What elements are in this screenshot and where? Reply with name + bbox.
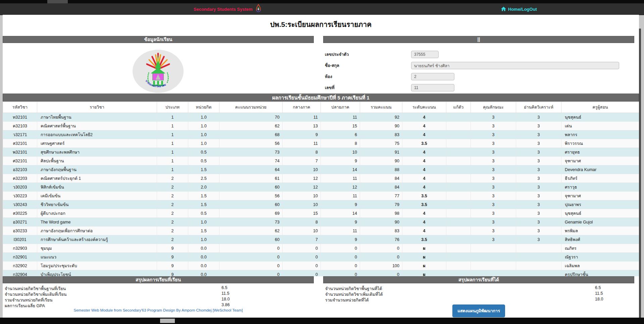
column-header-retake: แก้ตัว: [446, 102, 471, 113]
number-field[interactable]: [411, 84, 454, 91]
cell-trait-score: 3: [471, 209, 516, 218]
cell-grade: ผ: [402, 253, 446, 261]
vertical-scrollbar[interactable]: [639, 29, 641, 318]
cell-midterm-score: 0: [283, 253, 321, 261]
cell-credit: 1.0: [188, 130, 219, 139]
cell-total-score: 88: [360, 165, 402, 174]
cell-retake: [446, 244, 471, 253]
cell-midterm-score: 0: [283, 261, 321, 270]
navbar: Secondary Students System Home/LogOut: [0, 3, 644, 15]
name-field[interactable]: [411, 62, 619, 69]
cell-credit: 0.5: [188, 157, 219, 165]
summary-row: รวมจำนวนหน่วยกิตที่ได้ 18.0: [323, 297, 634, 302]
cell-reading-score: 3: [516, 148, 561, 157]
cell-total-score: 90: [360, 157, 402, 165]
cell-teacher: ณภัทร: [561, 244, 639, 253]
cell-unit-score: 69: [219, 209, 283, 218]
cell-reading-score: 3: [516, 157, 561, 165]
cell-grade: 4: [402, 113, 446, 122]
cell-total-score: 75: [360, 139, 402, 148]
cell-teacher: นุชสุคนธ์: [561, 209, 639, 218]
cell-type: 2: [157, 218, 188, 227]
cell-reading-score: 3: [516, 192, 561, 200]
cell-type: 1: [157, 165, 188, 174]
cell-trait-score: 3: [471, 227, 516, 235]
cell-grade: 4: [402, 218, 446, 227]
table-row: ว30243ชีววิทยาเข้มข้น21.560109793.533ปุณ…: [3, 200, 639, 209]
cell-grade: 4: [402, 209, 446, 218]
cell-final-score: 10: [321, 148, 360, 157]
room-field[interactable]: [411, 73, 454, 80]
cell-subject-code: พ32101: [3, 148, 37, 157]
cell-retake: [446, 235, 471, 244]
cell-final-score: 0: [321, 253, 360, 261]
summary-row: จำนวนหน่วยกิตวิชาเพิ่มเติมที่เรียน 11.5: [3, 291, 314, 297]
cell-trait-score: 3: [471, 183, 516, 192]
column-header-trait-score: คุณลักษณะ: [471, 102, 516, 113]
page-title: ปพ.5:ระเบียนผลการเรียนรายภาค: [3, 15, 639, 30]
cell-subject-code: ว30243: [3, 200, 37, 209]
cell-type: 2: [157, 227, 188, 235]
cell-subject-name: ศิลปะพื้นฐาน: [37, 157, 157, 165]
cell-total-score: 79: [360, 200, 402, 209]
table-row: ว32171การออกแบบและเทคโนโลยี211.068968343…: [3, 130, 639, 139]
cell-subject-code: I30201: [3, 235, 37, 244]
grades-section: ผลการเรียนชั้นมัธยมศึกษาปีที่ 5 ภาคเรียน…: [3, 94, 639, 271]
cell-total-score: 76: [360, 235, 402, 244]
cell-reading-score: 3: [516, 122, 561, 130]
cell-reading-score: 3: [516, 165, 561, 174]
student-id-field[interactable]: [411, 51, 439, 58]
cell-grade: 3.5: [402, 235, 446, 244]
cell-trait-score: [471, 261, 516, 270]
top-chrome-strip: [0, 0, 644, 3]
cell-credit: 1.0: [188, 113, 219, 122]
cell-teacher: เฉลิมพล: [561, 261, 639, 270]
cell-unit-score: 0: [219, 244, 283, 253]
table-row: พ32101สุขศึกษาและพลศึกษา10.57381091433ศร…: [3, 148, 639, 157]
summary-value: 6.5: [595, 285, 601, 290]
cell-type: 1: [157, 148, 188, 157]
cell-teacher: Genamie Gujol: [561, 218, 639, 227]
cell-credit: 2.5: [188, 174, 219, 183]
cell-reading-score: 3: [516, 130, 561, 139]
brand: Secondary Students System: [194, 3, 261, 15]
cell-midterm-score: 11: [283, 139, 321, 148]
cell-retake: [446, 139, 471, 148]
cell-reading-score: [516, 261, 561, 270]
show-development-chart-button[interactable]: แสดงแผนภูมิพัฒนาการ: [452, 305, 505, 317]
cell-trait-score: 3: [471, 200, 516, 209]
table-row: ท32101ภาษาไทยพื้นฐาน11.070111192433นุชสุ…: [3, 113, 639, 122]
column-header-reading-score: อ่านคิดวิเคราะห์: [516, 102, 561, 113]
cell-final-score: 0: [321, 244, 360, 253]
cell-trait-score: 3: [471, 113, 516, 122]
cell-grade: 4: [402, 227, 446, 235]
credits-link[interactable]: Semester Web Module from Secondary'63 Pr…: [3, 308, 314, 312]
cell-reading-score: 3: [516, 227, 561, 235]
cell-reading-score: 3: [516, 218, 561, 227]
home-logout-link[interactable]: Home/LogOut: [501, 3, 537, 15]
cell-credit: 1.5: [188, 200, 219, 209]
cell-teacher: พิราวรรณ: [561, 139, 639, 148]
cell-subject-code: อ32103: [3, 165, 37, 174]
cell-subject-name: ชีววิทยาเข้มข้น: [37, 200, 157, 209]
cell-subject-name: การศึกษาค้นคว้าและสร้างองค์ความรู้: [37, 235, 157, 244]
cell-final-score: 11: [321, 113, 360, 122]
cell-credit: 1.5: [188, 165, 219, 174]
cell-final-score: 15: [321, 122, 360, 130]
column-header-final-score: ปลายภาค: [321, 102, 360, 113]
cell-trait-score: 3: [471, 148, 516, 157]
cell-total-score: 91: [360, 148, 402, 157]
summary-earned-title: สรุปผลการเรียนที่ได้: [323, 276, 634, 283]
cell-unit-score: 62: [219, 227, 283, 235]
cell-subject-code: ค32103: [3, 122, 37, 130]
cell-midterm-score: 7: [283, 157, 321, 165]
cell-type: 2: [157, 174, 188, 183]
cell-midterm-score: 13: [283, 122, 321, 130]
cell-teacher: ปุณยาพร: [561, 200, 639, 209]
column-header-credit: หน่วยกิต: [188, 102, 219, 113]
cell-credit: 0.0: [188, 261, 219, 270]
cell-unit-score: 61: [219, 174, 283, 183]
cell-grade: 4: [402, 183, 446, 192]
cell-final-score: 11: [321, 227, 360, 235]
cell-type: 2: [157, 192, 188, 200]
